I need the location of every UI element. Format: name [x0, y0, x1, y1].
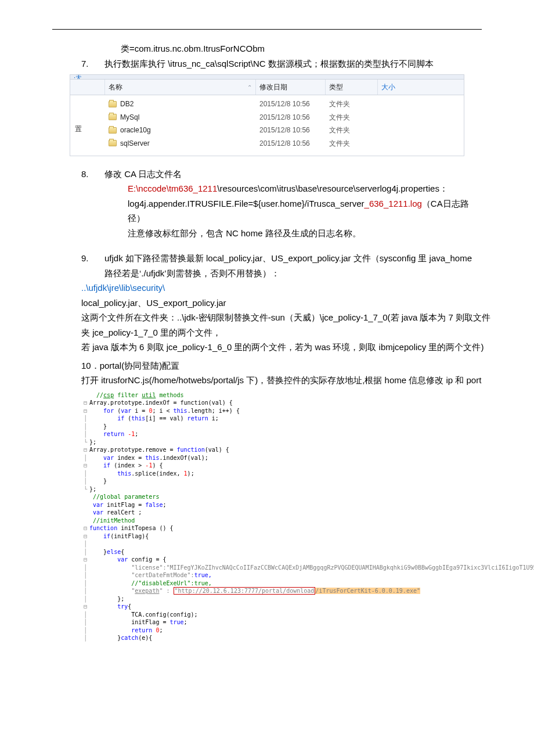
step-7-text: 执行数据库执行 \itrus_nc_ca\sqlScript\NC 数据源模式；… — [104, 59, 434, 69]
step-8-title: 修改 CA 日志文件名 — [104, 169, 182, 179]
file-type: 文件夹 — [326, 137, 378, 150]
folder-icon — [109, 101, 117, 107]
table-row[interactable]: DB22015/12/8 10:56文件夹 — [70, 98, 464, 110]
file-name: sqlServer — [120, 138, 150, 149]
file-type: 文件夹 — [326, 124, 378, 136]
col-name[interactable]: 名称 ⌃ — [105, 80, 256, 95]
col-size[interactable]: 大小 — [378, 80, 424, 95]
file-browser: ·天 名称 ⌃ 修改日期 类型 大小 置 DB22015/12/8 10:56文… — [70, 74, 464, 156]
security-path: ..\ufjdk\jre\lib\security\ — [81, 280, 499, 296]
file-name: oracle10g — [120, 124, 151, 136]
folder-icon — [109, 127, 117, 134]
file-type: 文件夹 — [326, 98, 378, 110]
jar-names: local_policy.jar、US_export_policy.jar — [81, 296, 499, 311]
code-block: //csp filter util methods ⊟Array.prototy… — [81, 391, 499, 642]
step-9-para-2: 若 java 版本为 6 则取 jce_policy-1_6_0 里的两个文件，… — [81, 340, 499, 355]
step-8-number: 8. — [81, 167, 89, 182]
file-name: DB2 — [120, 98, 134, 110]
top-rule — [52, 29, 482, 30]
step-8-line-3: 注意修改标红部分，包含 NC home 路径及生成的日志名称。 — [128, 226, 482, 241]
file-browser-header: 名称 ⌃ 修改日期 类型 大小 — [70, 79, 464, 95]
col-type[interactable]: 类型 — [326, 80, 378, 95]
file-date: 2015/12/8 10:56 — [256, 137, 326, 150]
sort-caret-icon: ⌃ — [247, 82, 252, 92]
table-row[interactable]: oracle10g2015/12/8 10:56文件夹 — [70, 124, 464, 136]
class-line: 类=com.itrus.nc.obm.ItrusForNCObm — [81, 41, 482, 56]
step-10-text: 打开 itrusforNC.js(/home/hotwebs/portal/js… — [81, 373, 499, 388]
file-date: 2015/12/8 10:56 — [256, 98, 326, 110]
file-date: 2015/12/8 10:56 — [256, 111, 326, 124]
fb-toolbar-fragment: ·天 — [70, 74, 464, 79]
file-date: 2015/12/8 10:56 — [256, 124, 326, 136]
step-9-para-1: 这两个文件所在文件夹：..\jdk-密钥限制替换文件-sun（天威）\jce_p… — [81, 310, 499, 340]
table-row[interactable]: MySql2015/12/8 10:56文件夹 — [70, 111, 464, 124]
folder-icon — [109, 140, 117, 146]
step-9-text: ufjdk 如下路径需替换最新 local_policy.jar、US_expo… — [104, 253, 472, 278]
heading-10: 10．portal(协同登陆)配置 — [81, 358, 499, 373]
file-name: MySql — [120, 111, 139, 123]
step-9-number: 9. — [81, 251, 89, 266]
folder-icon — [109, 114, 117, 120]
side-glyph-icon: 置 — [75, 123, 82, 135]
table-row[interactable]: sqlServer2015/12/8 10:56文件夹 — [70, 137, 464, 150]
step-8-line-1: E:\nccode\tm636_1211\resources\com\itrus… — [128, 181, 482, 196]
col-date[interactable]: 修改日期 — [256, 80, 326, 95]
file-type: 文件夹 — [326, 111, 378, 124]
step-7-number: 7. — [81, 56, 89, 71]
step-8-line-2: log4j.appender.ITRUSFILE.File=${user.hom… — [128, 196, 482, 226]
